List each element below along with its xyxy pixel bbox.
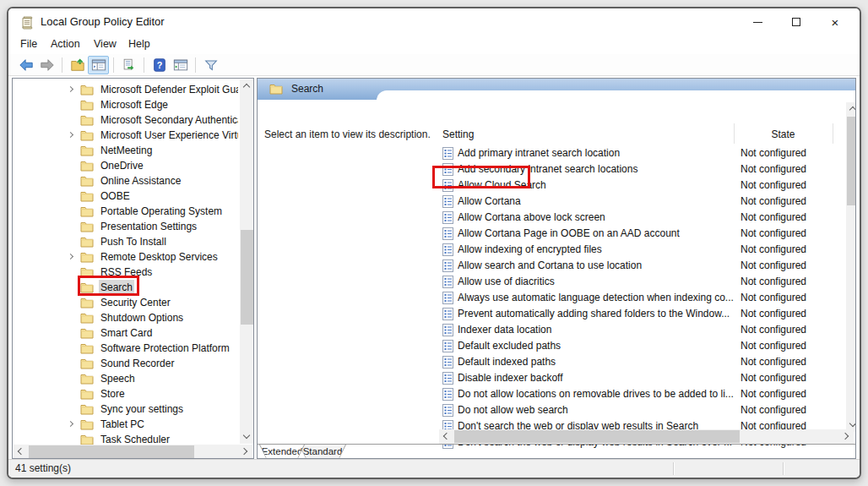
tree-item-microsoft-defender-exploit-gua[interactable]: Microsoft Defender Exploit Gua [13,82,240,97]
scroll-down-arrow[interactable] [240,430,254,444]
forward-button[interactable] [36,56,57,74]
menu-help[interactable]: Help [127,35,152,54]
tree-item-microsoft-user-experience-virtu[interactable]: Microsoft User Experience Virtu [13,128,240,143]
list-vscroll-thumb[interactable] [847,117,856,205]
column-header-setting[interactable]: Setting [442,125,474,144]
policy-row-allow-cortana-page-in-oobe-on-an-aad-account[interactable]: Allow Cortana Page in OOBE on an AAD acc… [442,226,837,242]
policy-icon [442,388,453,401]
scroll-right-arrow[interactable] [840,429,854,444]
tree-item-label: Microsoft Edge [99,97,170,112]
policy-row-allow-use-of-diacritics[interactable]: Allow use of diacriticsNot configured [442,274,837,290]
tree-item-speech[interactable]: Speech [13,371,240,386]
tree-item-label: Tablet PC [99,417,146,432]
policy-row-default-excluded-paths[interactable]: Default excluded pathsNot configured [442,338,837,354]
tree-vertical-scrollbar[interactable] [240,79,254,444]
show-console-window-button[interactable] [170,56,191,74]
policy-icon [442,308,453,320]
tree-item-label: Speech [99,371,137,386]
policy-row-always-use-automatic-language-detection-when-indexing-co[interactable]: Always use automatic language detection … [442,290,837,306]
policy-row-indexer-data-location[interactable]: Indexer data locationNot configured [442,322,837,338]
toolbar-separator [62,57,62,73]
title-bar[interactable]: Local Group Policy Editor × [8,8,860,35]
show-console-tree-button[interactable] [88,56,109,74]
tree-item-online-assistance[interactable]: Online Assistance [13,173,240,188]
tree-vscroll-thumb[interactable] [241,230,253,325]
tree-item-remote-desktop-services[interactable]: Remote Desktop Services [13,249,240,265]
export-list-button[interactable] [118,56,139,74]
tree-item-push-to-install[interactable]: Push To Install [13,234,240,249]
tree-item-label: Store [99,386,127,401]
tree-item-label: Smart Card [99,325,154,341]
policy-row-do-not-allow-web-search[interactable]: Do not allow web searchNot configured [442,402,837,418]
scroll-right-arrow[interactable] [239,445,252,459]
folder-icon [80,99,94,111]
description-text: Select an item to view its description. [264,128,442,140]
tree-item-software-protection-platform[interactable]: Software Protection Platform [13,341,240,356]
tree-item-onedrive[interactable]: OneDrive [13,158,240,173]
tab-standard[interactable]: Standard [299,445,346,459]
chevron-right-icon[interactable] [67,85,77,95]
policy-row-prevent-automatically-adding-shared-folders-to-the-window[interactable]: Prevent automatically adding shared fold… [442,306,837,322]
up-one-level-button[interactable] [67,56,88,74]
list-horizontal-scrollbar[interactable] [439,429,854,444]
tree-item-shutdown-options[interactable]: Shutdown Options [13,310,240,325]
chevron-right-icon[interactable] [67,252,77,262]
tree-item-label: NetMeeting [99,143,154,158]
filter-button[interactable] [200,56,221,74]
policy-row-allow-indexing-of-encrypted-files[interactable]: Allow indexing of encrypted filesNot con… [442,242,837,258]
minimize-button[interactable] [738,8,777,35]
folder-icon [80,129,94,141]
policy-row-default-indexed-paths[interactable]: Default indexed pathsNot configured [442,354,837,370]
column-divider[interactable] [833,123,833,144]
policy-row-disable-indexer-backoff[interactable]: Disable indexer backoffNot configured [442,370,837,386]
policy-row-allow-cortana[interactable]: Allow CortanaNot configured [442,194,837,210]
folder-icon [80,190,94,202]
help-button[interactable]: ? [149,56,170,74]
scroll-left-arrow[interactable] [439,429,453,444]
tree-item-sync-your-settings[interactable]: Sync your settings [13,401,240,417]
tree-item-sound-recorder[interactable]: Sound Recorder [13,356,240,371]
scroll-up-arrow[interactable] [240,79,254,93]
policy-row-allow-search-and-cortana-to-use-location[interactable]: Allow search and Cortana to use location… [442,258,837,274]
scroll-up-arrow[interactable] [846,102,856,116]
close-button[interactable]: × [816,8,854,35]
policy-row-do-not-allow-locations-on-removable-drives-to-be-added-to-li[interactable]: Do not allow locations on removable driv… [442,386,837,402]
tab-extended[interactable]: Extended [259,445,305,459]
back-button[interactable] [15,56,36,74]
tree-item-microsoft-edge[interactable]: Microsoft Edge [13,97,240,112]
policy-state: Not configured [741,370,838,386]
tree-item-tablet-pc[interactable]: Tablet PC [13,417,240,432]
folder-icon [80,84,94,96]
tree-horizontal-scrollbar[interactable] [14,445,252,459]
column-header-state[interactable]: State [734,125,833,144]
tree-item-label: OOBE [99,188,132,204]
menu-file[interactable]: File [19,35,39,54]
maximize-button[interactable] [777,8,816,35]
tree-hscroll-thumb[interactable] [29,445,194,458]
policy-setting-label: Allow use of diacritics [458,274,738,290]
policy-row-add-primary-intranet-search-location[interactable]: Add primary intranet search locationNot … [442,145,837,161]
tree-item-label: Microsoft Defender Exploit Gua [99,82,238,97]
tree-item-presentation-settings[interactable]: Presentation Settings [13,219,240,234]
tree-item-store[interactable]: Store [13,386,240,401]
chevron-right-icon[interactable] [67,419,77,429]
policy-state: Not configured [741,290,838,306]
policy-setting-label: Allow Cortana Page in OOBE on an AAD acc… [458,226,738,242]
scroll-left-arrow[interactable] [14,445,27,459]
list-hscroll-thumb[interactable] [454,430,740,443]
menu-view[interactable]: View [92,35,118,54]
chevron-right-icon[interactable] [67,130,77,140]
policy-icon [442,404,453,417]
policy-state: Not configured [741,177,838,194]
tree-item-netmeeting[interactable]: NetMeeting [13,143,240,158]
list-vertical-scrollbar[interactable] [846,102,856,432]
tree-item-smart-card[interactable]: Smart Card [13,325,240,341]
menu-bar: File Action View Help [8,35,860,54]
menu-action[interactable]: Action [49,35,82,54]
tree-item-security-center[interactable]: Security Center [13,295,240,310]
tree-item-portable-operating-system[interactable]: Portable Operating System [13,204,240,219]
policy-row-allow-cortana-above-lock-screen[interactable]: Allow Cortana above lock screenNot confi… [442,210,837,226]
tree-item-microsoft-secondary-authentica[interactable]: Microsoft Secondary Authentica [13,112,240,128]
tree-item-oobe[interactable]: OOBE [13,188,240,204]
folder-icon [80,388,94,400]
